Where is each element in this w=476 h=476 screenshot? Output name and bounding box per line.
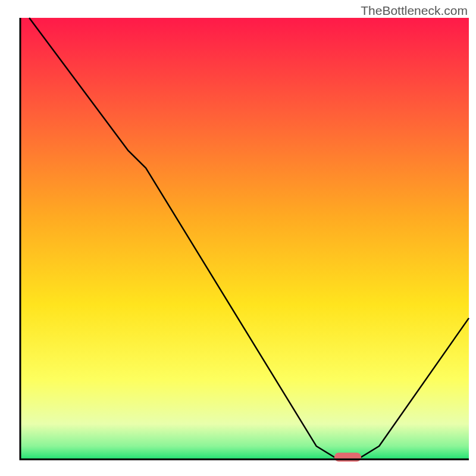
gradient-background xyxy=(20,18,469,459)
chart-svg xyxy=(0,0,476,476)
bottleneck-chart: TheBottleneck.com xyxy=(0,0,476,476)
watermark-text: TheBottleneck.com xyxy=(361,4,468,18)
